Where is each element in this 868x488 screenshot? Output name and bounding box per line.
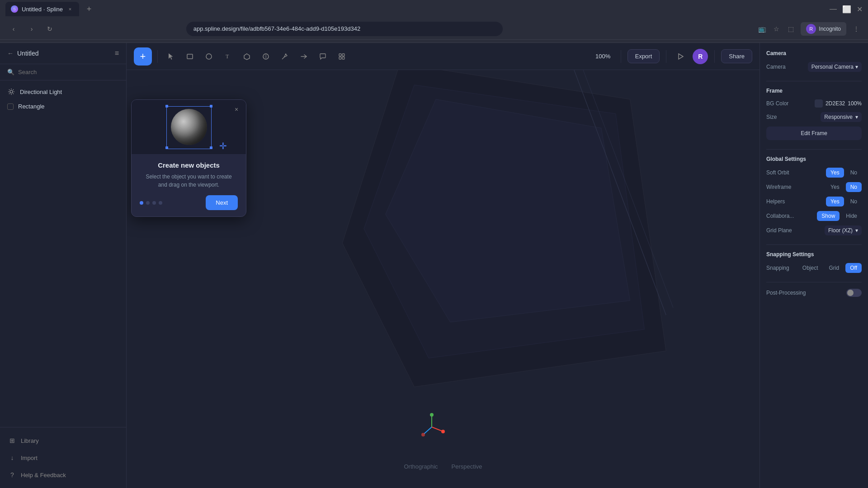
tutorial-close-btn[interactable]: × <box>231 104 241 114</box>
snapping-toggle: Object Grid Off <box>798 263 862 273</box>
play-btn[interactable] <box>673 49 688 64</box>
tab-favicon: S <box>11 5 18 13</box>
bg-color-control[interactable]: 2D2E32 100% <box>815 99 862 108</box>
edit-frame-btn[interactable]: Edit Frame <box>766 127 862 140</box>
popup-dots <box>140 201 162 205</box>
grid-plane-chevron-icon: ▾ <box>855 227 858 234</box>
help-btn[interactable]: ? Help & Feedback <box>4 467 123 483</box>
share-btn[interactable]: Share <box>721 49 752 63</box>
bg-color-opacity: 100% <box>848 100 862 107</box>
soft-orbit-yes-btn[interactable]: Yes <box>826 168 844 178</box>
window-restore[interactable]: ⬜ <box>842 5 851 14</box>
search-icon: 🔍 <box>7 69 14 75</box>
popup-preview: ✛ <box>132 100 246 154</box>
svg-rect-16 <box>339 57 341 59</box>
bg-color-swatch[interactable] <box>815 99 823 108</box>
svg-rect-14 <box>339 54 341 56</box>
add-object-btn[interactable]: + <box>134 47 152 66</box>
window-minimize[interactable]: — <box>830 5 837 13</box>
toggle-switch-knob <box>847 290 854 296</box>
bg-color-row: BG Color 2D2E32 100% <box>766 99 862 108</box>
toolbar-separator-2 <box>621 50 621 63</box>
size-select[interactable]: Responsive ▾ <box>821 112 862 122</box>
view-orthographic[interactable]: Orthographic <box>404 463 438 470</box>
right-panel: Camera Camera Personal Camera ▾ Frame BG… <box>760 43 868 488</box>
window-close[interactable]: ✕ <box>857 5 863 14</box>
forward-btn[interactable]: › <box>25 23 38 35</box>
divider-3 <box>766 244 862 245</box>
tab-close-btn[interactable]: × <box>66 5 74 13</box>
circle-tool-btn[interactable] <box>201 49 217 64</box>
dot-4 <box>159 201 162 205</box>
grid-plane-select[interactable]: Floor (XZ) ▾ <box>825 225 862 235</box>
snapping-grid-btn[interactable]: Grid <box>825 263 844 273</box>
extension-icon[interactable]: ⬚ <box>786 24 795 33</box>
wireframe-yes-btn[interactable]: Yes <box>826 182 844 192</box>
size-chevron-icon: ▾ <box>855 114 858 120</box>
view-perspective[interactable]: Perspective <box>452 463 482 470</box>
incognito-btn[interactable]: R Incognito <box>801 22 846 36</box>
popup-next-btn[interactable]: Next <box>206 195 238 210</box>
view-labels: Orthographic Perspective <box>404 463 482 470</box>
select-tool-btn[interactable] <box>163 49 179 64</box>
library-btn[interactable]: ⊞ Library <box>4 433 123 448</box>
3d-tool-btn[interactable] <box>239 49 255 64</box>
browser-tab[interactable]: S Untitled · Spline × <box>5 2 79 16</box>
collab-label: Collabora... <box>766 213 794 219</box>
back-btn[interactable]: ‹ <box>7 23 20 35</box>
snapping-section-title: Snapping Settings <box>766 251 862 258</box>
post-processing-toggle[interactable] <box>846 289 862 297</box>
svg-point-10 <box>206 54 212 59</box>
export-btn[interactable]: Export <box>627 49 660 63</box>
ui-tool-btn[interactable] <box>334 49 349 64</box>
refresh-btn[interactable]: ↻ <box>43 23 56 35</box>
import-btn[interactable]: ↓ Import <box>4 450 123 465</box>
sidebar-back-btn[interactable]: ← <box>7 50 14 57</box>
address-bar[interactable]: app.spline.design/file/adbfb567-34e6-484… <box>186 22 503 36</box>
collab-show-btn[interactable]: Show <box>817 211 840 221</box>
menu-icon[interactable]: ⋮ <box>852 24 861 33</box>
helpers-row: Helpers Yes No <box>766 197 862 206</box>
sidebar-title-text: Untitled <box>17 50 38 57</box>
cast-icon[interactable]: 📺 <box>757 24 766 33</box>
shape-tool-btn[interactable] <box>258 49 274 64</box>
camera-select[interactable]: Personal Camera ▾ <box>808 62 862 72</box>
viewport[interactable]: × ✛ Create new objects <box>127 70 760 488</box>
arrow-tool-btn[interactable] <box>296 49 311 64</box>
bookmark-icon[interactable]: ☆ <box>772 24 781 33</box>
pen-tool-btn[interactable] <box>277 49 292 64</box>
snapping-row: Snapping Object Grid Off <box>766 263 862 273</box>
snapping-object-btn[interactable]: Object <box>798 263 823 273</box>
global-settings-title: Global Settings <box>766 156 862 162</box>
browser-titlebar: S Untitled · Spline × + — ⬜ ✕ <box>0 0 868 18</box>
svg-point-24 <box>430 413 434 417</box>
wireframe-row: Wireframe Yes No <box>766 182 862 192</box>
toolbar: + T <box>127 43 760 70</box>
wireframe-toggle: Yes No <box>826 182 862 192</box>
new-tab-btn[interactable]: + <box>83 3 95 15</box>
svg-line-5 <box>9 89 9 90</box>
sidebar-item-rectangle[interactable]: Rectangle <box>0 99 126 113</box>
helpers-yes-btn[interactable]: Yes <box>826 197 844 206</box>
helpers-no-btn[interactable]: No <box>846 197 862 206</box>
snapping-off-btn[interactable]: Off <box>845 263 862 273</box>
rectangle-tool-btn[interactable] <box>182 49 198 64</box>
main: + T <box>127 43 760 488</box>
import-icon: ↓ <box>8 454 16 462</box>
sidebar-footer: ⊞ Library ↓ Import ? Help & Feedback <box>0 427 126 488</box>
sidebar-menu-btn[interactable]: ≡ <box>115 49 119 57</box>
sidebar-item-directional-light[interactable]: Directional Light <box>0 84 126 99</box>
wireframe-no-btn[interactable]: No <box>846 182 862 192</box>
sidebar-title-group: ← Untitled <box>7 50 38 57</box>
toolbar-separator-3 <box>666 50 666 63</box>
collab-hide-btn[interactable]: Hide <box>841 211 862 221</box>
user-avatar[interactable]: R <box>693 49 708 64</box>
svg-text:T: T <box>226 53 229 60</box>
search-input[interactable] <box>18 69 119 75</box>
text-tool-btn[interactable]: T <box>220 49 236 64</box>
svg-rect-15 <box>342 54 344 56</box>
comment-tool-btn[interactable] <box>315 49 330 64</box>
rectangle-checkbox[interactable] <box>7 103 14 110</box>
soft-orbit-no-btn[interactable]: No <box>846 168 862 178</box>
library-icon: ⊞ <box>8 436 16 445</box>
